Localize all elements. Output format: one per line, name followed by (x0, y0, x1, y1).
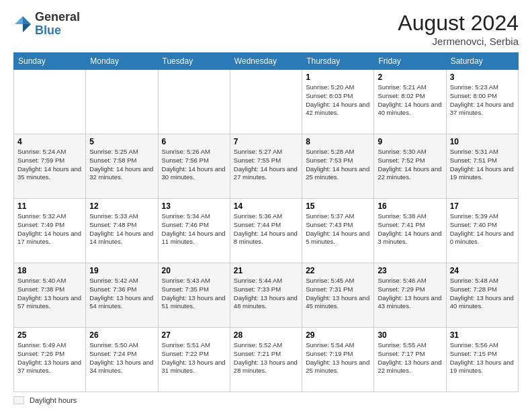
calendar-cell: 3Sunrise: 5:23 AM Sunset: 8:00 PM Daylig… (446, 70, 518, 134)
calendar-cell: 31Sunrise: 5:56 AM Sunset: 7:15 PM Dayli… (446, 328, 518, 392)
day-info: Sunrise: 5:51 AM Sunset: 7:22 PM Dayligh… (162, 341, 226, 375)
weekday-header: Saturday (446, 53, 518, 70)
day-number: 5 (89, 137, 154, 146)
day-info: Sunrise: 5:21 AM Sunset: 8:02 PM Dayligh… (378, 83, 442, 118)
day-info: Sunrise: 5:48 AM Sunset: 7:28 PM Dayligh… (450, 277, 515, 311)
calendar-cell: 11Sunrise: 5:32 AM Sunset: 7:49 PM Dayli… (14, 199, 86, 263)
calendar-cell: 14Sunrise: 5:36 AM Sunset: 7:44 PM Dayli… (230, 199, 302, 263)
day-number: 13 (162, 201, 226, 211)
day-number: 15 (306, 201, 370, 211)
day-info: Sunrise: 5:44 AM Sunset: 7:33 PM Dayligh… (234, 277, 298, 311)
title-block: August 2024 Jermenovci, Serbia (398, 11, 519, 47)
calendar-cell: 23Sunrise: 5:46 AM Sunset: 7:29 PM Dayli… (374, 263, 446, 328)
daylight-box (13, 396, 24, 404)
svg-marker-1 (23, 24, 31, 32)
calendar-cell: 1Sunrise: 5:20 AM Sunset: 8:03 PM Daylig… (302, 70, 374, 134)
day-info: Sunrise: 5:40 AM Sunset: 7:38 PM Dayligh… (17, 277, 82, 311)
day-number: 19 (89, 266, 154, 275)
calendar-cell: 17Sunrise: 5:39 AM Sunset: 7:40 PM Dayli… (446, 199, 518, 263)
day-number: 3 (450, 73, 515, 82)
day-info: Sunrise: 5:27 AM Sunset: 7:55 PM Dayligh… (234, 148, 298, 182)
header: General Blue August 2024 Jermenovci, Ser… (13, 11, 519, 47)
calendar-cell: 13Sunrise: 5:34 AM Sunset: 7:46 PM Dayli… (158, 199, 230, 263)
day-number: 18 (17, 266, 82, 275)
day-number: 6 (162, 137, 226, 146)
day-info: Sunrise: 5:36 AM Sunset: 7:44 PM Dayligh… (234, 212, 298, 246)
day-info: Sunrise: 5:43 AM Sunset: 7:35 PM Dayligh… (162, 277, 226, 311)
footer: Daylight hours (13, 396, 519, 404)
logo-general-text: General (35, 10, 80, 24)
day-number: 27 (162, 330, 226, 340)
calendar-cell (86, 70, 158, 134)
day-number: 26 (89, 330, 154, 340)
weekday-header: Sunday (14, 53, 86, 70)
calendar-cell: 5Sunrise: 5:25 AM Sunset: 7:58 PM Daylig… (86, 134, 158, 199)
calendar-cell (230, 70, 302, 134)
logo-icon (13, 15, 32, 34)
day-number: 14 (234, 201, 298, 211)
day-info: Sunrise: 5:31 AM Sunset: 7:51 PM Dayligh… (450, 148, 515, 182)
day-number: 11 (17, 201, 82, 211)
day-info: Sunrise: 5:45 AM Sunset: 7:31 PM Dayligh… (306, 277, 370, 311)
logo: General Blue (13, 11, 80, 38)
calendar-cell: 29Sunrise: 5:54 AM Sunset: 7:19 PM Dayli… (302, 328, 374, 392)
day-info: Sunrise: 5:37 AM Sunset: 7:43 PM Dayligh… (306, 212, 370, 246)
calendar-cell: 15Sunrise: 5:37 AM Sunset: 7:43 PM Dayli… (302, 199, 374, 263)
weekday-header: Wednesday (230, 53, 302, 70)
svg-marker-2 (15, 16, 23, 24)
day-info: Sunrise: 5:33 AM Sunset: 7:48 PM Dayligh… (89, 212, 154, 246)
calendar-cell: 16Sunrise: 5:38 AM Sunset: 7:41 PM Dayli… (374, 199, 446, 263)
page: General Blue August 2024 Jermenovci, Ser… (0, 0, 532, 411)
calendar-cell (14, 70, 86, 134)
daylight-label: Daylight hours (30, 396, 77, 404)
weekday-header: Monday (86, 53, 158, 70)
svg-marker-0 (23, 16, 31, 24)
calendar-cell: 10Sunrise: 5:31 AM Sunset: 7:51 PM Dayli… (446, 134, 518, 199)
weekday-header: Thursday (302, 53, 374, 70)
day-info: Sunrise: 5:42 AM Sunset: 7:36 PM Dayligh… (89, 277, 154, 311)
logo-blue-text: Blue (35, 24, 61, 37)
day-number: 30 (378, 330, 442, 340)
day-number: 8 (306, 137, 370, 146)
day-info: Sunrise: 5:54 AM Sunset: 7:19 PM Dayligh… (306, 341, 370, 375)
day-number: 24 (450, 266, 515, 275)
calendar-cell: 27Sunrise: 5:51 AM Sunset: 7:22 PM Dayli… (158, 328, 230, 392)
day-number: 29 (306, 330, 370, 340)
calendar-cell: 26Sunrise: 5:50 AM Sunset: 7:24 PM Dayli… (86, 328, 158, 392)
day-info: Sunrise: 5:46 AM Sunset: 7:29 PM Dayligh… (378, 277, 442, 311)
day-info: Sunrise: 5:52 AM Sunset: 7:21 PM Dayligh… (234, 341, 298, 375)
day-info: Sunrise: 5:20 AM Sunset: 8:03 PM Dayligh… (306, 83, 370, 118)
calendar-cell: 12Sunrise: 5:33 AM Sunset: 7:48 PM Dayli… (86, 199, 158, 263)
calendar-cell (158, 70, 230, 134)
month-year: August 2024 (398, 11, 519, 36)
calendar-cell: 20Sunrise: 5:43 AM Sunset: 7:35 PM Dayli… (158, 263, 230, 328)
day-info: Sunrise: 5:23 AM Sunset: 8:00 PM Dayligh… (450, 83, 515, 118)
day-info: Sunrise: 5:28 AM Sunset: 7:53 PM Dayligh… (306, 148, 370, 182)
day-number: 28 (234, 330, 298, 340)
calendar-cell: 7Sunrise: 5:27 AM Sunset: 7:55 PM Daylig… (230, 134, 302, 199)
day-info: Sunrise: 5:25 AM Sunset: 7:58 PM Dayligh… (89, 148, 154, 182)
day-info: Sunrise: 5:56 AM Sunset: 7:15 PM Dayligh… (450, 341, 515, 375)
day-info: Sunrise: 5:38 AM Sunset: 7:41 PM Dayligh… (378, 212, 442, 246)
day-number: 7 (234, 137, 298, 146)
calendar-table: SundayMondayTuesdayWednesdayThursdayFrid… (13, 52, 519, 392)
calendar-cell: 2Sunrise: 5:21 AM Sunset: 8:02 PM Daylig… (374, 70, 446, 134)
calendar-cell: 30Sunrise: 5:55 AM Sunset: 7:17 PM Dayli… (374, 328, 446, 392)
calendar-cell: 9Sunrise: 5:30 AM Sunset: 7:52 PM Daylig… (374, 134, 446, 199)
day-number: 4 (17, 137, 82, 146)
day-number: 21 (234, 266, 298, 275)
day-number: 31 (450, 330, 515, 340)
day-number: 20 (162, 266, 226, 275)
weekday-header: Tuesday (158, 53, 230, 70)
location: Jermenovci, Serbia (398, 36, 519, 47)
day-number: 16 (378, 201, 442, 211)
calendar-cell: 21Sunrise: 5:44 AM Sunset: 7:33 PM Dayli… (230, 263, 302, 328)
calendar-cell: 4Sunrise: 5:24 AM Sunset: 7:59 PM Daylig… (14, 134, 86, 199)
day-info: Sunrise: 5:32 AM Sunset: 7:49 PM Dayligh… (17, 212, 82, 246)
calendar-cell: 25Sunrise: 5:49 AM Sunset: 7:26 PM Dayli… (14, 328, 86, 392)
day-info: Sunrise: 5:24 AM Sunset: 7:59 PM Dayligh… (17, 148, 82, 182)
calendar-cell: 28Sunrise: 5:52 AM Sunset: 7:21 PM Dayli… (230, 328, 302, 392)
calendar-cell: 19Sunrise: 5:42 AM Sunset: 7:36 PM Dayli… (86, 263, 158, 328)
day-number: 2 (378, 73, 442, 82)
weekday-header: Friday (374, 53, 446, 70)
